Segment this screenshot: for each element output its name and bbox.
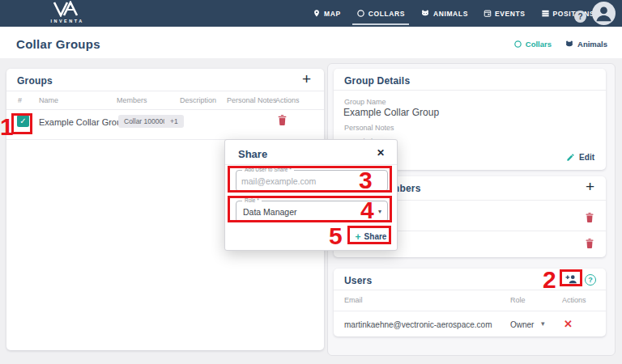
user-avatar[interactable] [592, 2, 616, 25]
page-title: Collar Groups [16, 37, 100, 51]
remove-member-button[interactable] [585, 238, 594, 252]
add-group-button[interactable]: + [302, 71, 311, 87]
collar-icon [356, 9, 365, 18]
annotation-box-5 [347, 226, 391, 244]
toggle-label: Animals [577, 40, 607, 49]
users-help-icon[interactable]: ? [585, 274, 596, 286]
col-header-actions: Actions [275, 96, 300, 104]
delete-group-button[interactable] [277, 114, 288, 126]
share-dialog-title: Share [238, 148, 267, 160]
va-monogram-icon [52, 1, 83, 17]
divider [334, 90, 606, 91]
trash-icon [585, 238, 594, 249]
nav-label: COLLARS [369, 10, 405, 18]
col-header-number: # [18, 96, 22, 104]
brand-name: INVENTA [23, 19, 112, 23]
group-name-value: Example Collar Group [343, 107, 439, 118]
annotation-step-5: 5 [329, 224, 343, 248]
close-icon[interactable]: ✕ [377, 147, 385, 159]
toggle-label: Collars [526, 40, 552, 49]
collar-groups-page: INVENTA MAP COLLARS ANIMALS [0, 0, 622, 364]
collar-icon [513, 40, 522, 49]
annotation-step-1: 1 [0, 115, 14, 139]
user-role-select[interactable]: Owner [510, 320, 534, 329]
group-name[interactable]: Example Collar Group [39, 117, 126, 127]
group-name-label: Group Name [344, 98, 386, 106]
help-button[interactable]: ? [574, 11, 586, 23]
annotation-step-4: 4 [360, 198, 374, 222]
nav-item-collars[interactable]: COLLARS [356, 0, 405, 27]
nav-item-positions[interactable]: POSITIONS [541, 0, 595, 27]
divider [6, 109, 324, 110]
edit-group-button[interactable]: Edit [566, 153, 594, 162]
top-navbar: INVENTA MAP COLLARS ANIMALS [0, 0, 622, 27]
toggle-collars[interactable]: Collars [513, 40, 552, 49]
divider [334, 311, 606, 311]
view-toggle: Collars Animals [513, 40, 607, 49]
col-header-personal-notes: Personal Notes [227, 96, 277, 104]
col-header-actions: Actions [562, 296, 586, 304]
groups-panel-title: Groups [17, 75, 53, 87]
toggle-animals[interactable]: Animals [564, 40, 607, 49]
nav-label: MAP [324, 10, 341, 18]
user-email: martinkaehne@vectronic-aerospace.com [344, 320, 492, 329]
edit-label: Edit [579, 153, 594, 162]
col-header-members: Members [117, 96, 147, 104]
nav-item-map[interactable]: MAP [313, 0, 341, 27]
chevron-down-icon[interactable]: ▾ [541, 320, 545, 328]
member-count-chip[interactable]: +1 [164, 115, 184, 128]
annotation-box-2 [560, 269, 582, 286]
divider [334, 290, 606, 290]
animal-icon [564, 40, 574, 49]
group-details-title: Group Details [344, 75, 410, 87]
col-header-email: Email [344, 296, 363, 304]
annotation-step-3: 3 [359, 168, 373, 193]
trash-icon [585, 212, 594, 223]
positions-icon [541, 9, 550, 18]
animal-icon [420, 9, 430, 18]
col-header-description: Description [180, 96, 216, 104]
trash-icon [277, 114, 288, 126]
nav-item-events[interactable]: EVENTS [484, 0, 526, 27]
col-header-name: Name [39, 96, 58, 104]
nav-item-animals[interactable]: ANIMALS [420, 0, 468, 27]
remove-member-button[interactable] [585, 212, 594, 226]
users-panel-title: Users [344, 275, 372, 286]
calendar-icon [484, 9, 492, 18]
nav-label: ANIMALS [433, 10, 468, 18]
personal-notes-label: Personal Notes [344, 124, 394, 132]
add-member-button[interactable]: + [586, 179, 594, 195]
col-header-role: Role [510, 296, 526, 304]
page-header: Collar Groups Collars Animals [0, 27, 622, 58]
map-pin-icon [313, 9, 321, 18]
main-navigation: MAP COLLARS ANIMALS EVENTS [313, 0, 594, 27]
divider [225, 164, 397, 165]
inventa-logo[interactable]: INVENTA [23, 1, 112, 23]
nav-label: EVENTS [495, 10, 526, 18]
pencil-icon [566, 153, 575, 162]
remove-user-button[interactable]: ✕ [564, 318, 573, 330]
divider [6, 91, 324, 91]
person-icon [592, 2, 616, 25]
annotation-box-1 [11, 113, 32, 134]
annotation-step-2: 2 [543, 268, 556, 292]
